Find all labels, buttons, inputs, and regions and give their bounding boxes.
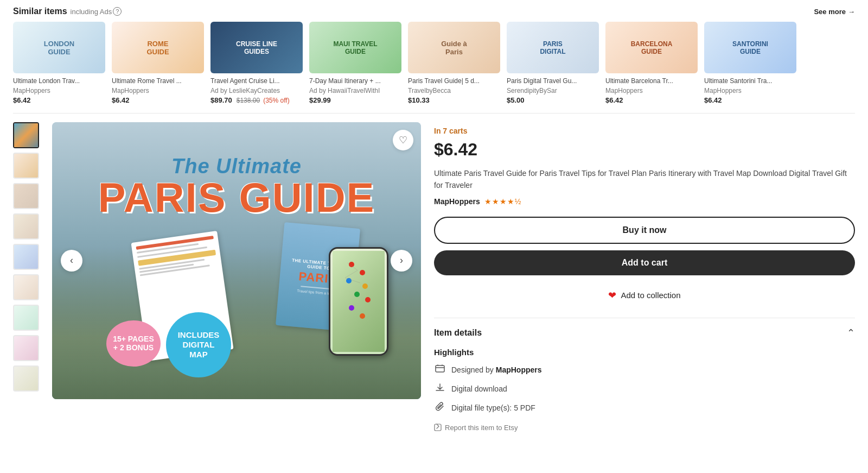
in-carts-badge: In 7 carts	[434, 127, 855, 135]
download-icon	[434, 382, 446, 396]
item-name: Ultimate Barcelona Tr...	[605, 77, 698, 86]
favorite-button[interactable]: ♡	[393, 130, 413, 150]
product-price: $6.42	[434, 140, 855, 160]
item-price: $29.99	[309, 96, 401, 104]
thumbnail-list	[13, 122, 39, 432]
add-to-cart-button[interactable]: Add to cart	[434, 250, 855, 275]
item-price: $6.42	[605, 96, 698, 104]
list-item[interactable]: Guide àParis Paris Travel Guide| 5 d... …	[408, 22, 500, 104]
item-image: Guide àParis	[408, 22, 500, 73]
product-info-panel: In 7 carts $6.42 Ultimate Paris Travel G…	[434, 122, 855, 432]
paperclip-icon	[434, 401, 446, 415]
item-image: LONDONGUIDE	[13, 22, 105, 73]
buy-now-button[interactable]: Buy it now	[434, 217, 855, 244]
highlight-download: Digital download	[434, 382, 855, 396]
item-shop: Ad by HawaiiTravelWithI	[309, 87, 401, 94]
item-price: $5.00	[507, 96, 599, 104]
item-details-section: Item details ⌃	[434, 318, 855, 339]
similar-items-grid: LONDONGUIDE Ultimate London Trav... MapH…	[0, 22, 868, 113]
similar-items-header: Similar items including Ads ? See more →	[0, 0, 868, 22]
info-icon[interactable]: ?	[113, 7, 122, 16]
item-shop: MapHoppers	[112, 87, 204, 94]
item-shop: Ad by LeslieKayCreates	[210, 87, 303, 94]
item-name: Ultimate Santorini Tra...	[704, 77, 796, 86]
item-name: Ultimate London Trav...	[13, 77, 105, 86]
item-shop: MapHoppers	[605, 87, 698, 94]
product-shop-info: MapHoppers ★★★★½	[434, 197, 855, 206]
item-image: CRUISE LINEGUIDES	[210, 22, 303, 73]
item-name: 7-Day Maui Itinerary + ...	[309, 77, 401, 86]
item-image: SANTORINIGUIDE	[704, 22, 796, 73]
title-paris-guide: PARIS GUIDE	[52, 178, 421, 217]
main-product-image: The Ultimate PARIS GUIDE THE ULTIMATE TR…	[52, 122, 421, 399]
arrow-right-icon: →	[848, 8, 855, 16]
list-item[interactable]: CRUISE LINEGUIDES Travel Agent Cruise Li…	[210, 22, 303, 104]
thumbnail[interactable]	[13, 305, 39, 331]
thumbnail[interactable]	[13, 213, 39, 239]
item-shop: MapHoppers	[13, 87, 105, 94]
list-item[interactable]: LONDONGUIDE Ultimate London Trav... MapH…	[13, 22, 105, 104]
svg-line-2	[345, 278, 360, 282]
similar-items-subtitle: including Ads	[71, 8, 112, 16]
star-rating: ★★★★½	[484, 197, 522, 206]
item-details-title: Item details	[434, 328, 482, 338]
next-image-button[interactable]: ›	[391, 250, 412, 272]
thumbnail[interactable]	[13, 365, 39, 392]
phone-mockup	[329, 247, 388, 356]
heart-icon: ❤	[608, 289, 616, 301]
designer-icon	[434, 363, 446, 377]
item-name: Paris Digital Travel Gu...	[507, 77, 599, 86]
section-divider	[13, 113, 855, 113]
item-name: Ultimate Rome Travel ...	[112, 77, 204, 86]
item-price: $6.42	[112, 96, 204, 104]
similar-items-title: Similar items	[13, 7, 67, 16]
thumbnail[interactable]	[13, 335, 39, 361]
badge-pages: 15+ PAGES+ 2 BONUS	[106, 320, 161, 367]
item-shop: SerendipityBySar	[507, 87, 599, 94]
item-price: $6.42	[704, 96, 796, 104]
highlight-file-type: Digital file type(s): 5 PDF	[434, 401, 855, 415]
badge-digital-map: INCLUDESDIGITALMAP	[166, 312, 231, 377]
item-price: $89.70	[210, 96, 232, 104]
list-item[interactable]: BARCELONAGUIDE Ultimate Barcelona Tr... …	[605, 22, 698, 104]
thumbnail[interactable]	[13, 244, 39, 270]
thumbnail[interactable]	[13, 274, 39, 300]
add-to-collection-button[interactable]: ❤ Add to collection	[434, 284, 855, 307]
product-section: The Ultimate PARIS GUIDE THE ULTIMATE TR…	[0, 122, 868, 432]
list-item[interactable]: MAUI TRAVELGUIDE 7-Day Maui Itinerary + …	[309, 22, 401, 104]
highlights-title: Highlights	[434, 348, 855, 357]
svg-line-1	[345, 270, 358, 278]
highlight-designed-text: Designed by MapHoppers	[451, 365, 542, 374]
shop-name[interactable]: MapHoppers	[434, 197, 480, 206]
report-link[interactable]: Report this item to Etsy	[434, 424, 855, 432]
item-image: MAUI TRAVELGUIDE	[309, 22, 401, 73]
highlight-designed: Designed by MapHoppers	[434, 363, 855, 377]
report-label: Report this item to Etsy	[445, 424, 518, 432]
item-image: BARCELONAGUIDE	[605, 22, 698, 73]
item-discount: (35% off)	[263, 97, 289, 104]
list-item[interactable]: SANTORINIGUIDE Ultimate Santorini Tra...…	[704, 22, 796, 104]
item-price: $6.42	[13, 96, 105, 104]
item-original-price: $138.00	[237, 97, 260, 104]
item-shop: TravelbyBecca	[408, 87, 500, 94]
prev-image-button[interactable]: ‹	[61, 250, 82, 272]
svg-line-0	[348, 263, 358, 270]
thumbnail[interactable]	[13, 153, 39, 179]
thumbnail[interactable]	[13, 122, 39, 148]
product-image-title: The Ultimate PARIS GUIDE	[52, 155, 421, 217]
item-image: ROMEGUIDE	[112, 22, 204, 73]
chevron-up-icon[interactable]: ⌃	[847, 327, 855, 339]
svg-rect-3	[436, 365, 444, 372]
item-image: PARISDIGITAL	[507, 22, 599, 73]
item-name: Travel Agent Cruise Li...	[210, 77, 303, 86]
see-more-link[interactable]: See more →	[814, 8, 855, 16]
item-name: Paris Travel Guide| 5 d...	[408, 77, 500, 86]
list-item[interactable]: ROMEGUIDE Ultimate Rome Travel ... MapHo…	[112, 22, 204, 104]
product-description: Ultimate Paris Travel Guide for Paris Tr…	[434, 167, 855, 192]
item-price: $10.33	[408, 96, 500, 104]
highlight-file-text: Digital file type(s): 5 PDF	[451, 403, 535, 412]
list-item[interactable]: PARISDIGITAL Paris Digital Travel Gu... …	[507, 22, 599, 104]
highlight-download-text: Digital download	[451, 384, 507, 393]
thumbnail[interactable]	[13, 183, 39, 209]
item-shop: MapHoppers	[704, 87, 796, 94]
